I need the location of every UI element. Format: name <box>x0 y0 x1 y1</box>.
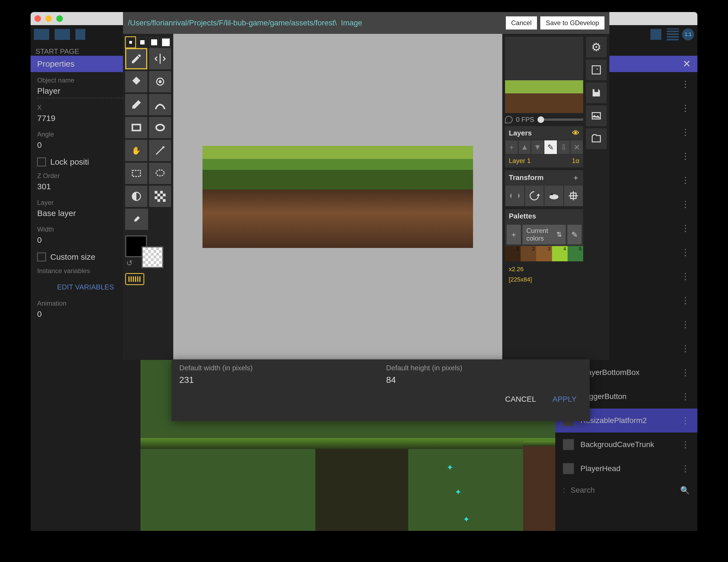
export-icon[interactable] <box>586 105 607 126</box>
window-close-icon[interactable] <box>34 15 41 22</box>
more-icon[interactable]: ⋮ <box>681 319 690 329</box>
toolbar-btn[interactable] <box>55 29 70 40</box>
import-icon[interactable] <box>586 128 607 149</box>
brush-size-3[interactable] <box>149 37 159 48</box>
more-icon[interactable]: ⋮ <box>681 199 690 210</box>
list-item[interactable]: PlayerHead⋮ <box>555 457 697 481</box>
more-icon[interactable]: ⋮ <box>681 127 690 137</box>
brush-size-4[interactable] <box>161 37 171 48</box>
edit-variables-link[interactable]: EDIT VARIABLES <box>37 283 134 291</box>
center-icon[interactable] <box>564 185 583 207</box>
default-width-input[interactable]: 231 <box>179 375 375 385</box>
lighten-tool-icon[interactable] <box>125 186 147 207</box>
more-icon[interactable]: ⋮ <box>681 271 690 281</box>
z-order-input[interactable]: 301 <box>37 182 134 193</box>
more-icon[interactable]: ⋮ <box>681 295 690 305</box>
window-maximize-icon[interactable] <box>56 15 63 22</box>
more-icon[interactable]: ⋮ <box>681 415 690 426</box>
rect-select-icon[interactable] <box>125 163 147 184</box>
toolbar-btn[interactable] <box>650 29 661 40</box>
clone-icon[interactable] <box>544 185 564 207</box>
tab-start-page[interactable]: START PAGE <box>36 47 79 56</box>
move-tool-icon[interactable]: ✋ <box>125 140 147 161</box>
bucket-tool-icon[interactable] <box>125 71 147 92</box>
save-icon[interactable] <box>586 83 607 103</box>
more-icon[interactable]: ⋮ <box>681 79 690 89</box>
dither-tool-icon[interactable] <box>149 186 171 207</box>
more-icon[interactable]: ⋮ <box>681 175 690 186</box>
resize-icon[interactable] <box>586 60 607 80</box>
layer-name[interactable]: Layer 1 <box>509 157 531 165</box>
rotate-icon[interactable] <box>525 185 544 207</box>
brush-size-1[interactable] <box>126 37 135 48</box>
palette-swatch[interactable]: 4 <box>552 246 568 261</box>
wand-tool-icon[interactable] <box>149 140 171 161</box>
onion-skin-icon[interactable] <box>505 116 513 124</box>
swap-colors-icon[interactable]: ↺ <box>126 259 133 268</box>
more-icon[interactable]: ⋮ <box>681 391 690 402</box>
more-icon[interactable]: ⋮ <box>681 103 690 113</box>
brush-size-2[interactable] <box>137 37 147 48</box>
more-icon[interactable]: ⋮ <box>681 367 690 378</box>
more-icon[interactable]: ⋮ <box>681 151 690 161</box>
angle-input[interactable]: 0 <box>37 140 134 152</box>
cancel-button[interactable]: CANCEL <box>505 395 536 404</box>
piskel-canvas[interactable] <box>173 34 502 360</box>
default-height-input[interactable]: 84 <box>386 375 582 385</box>
edit-layer-icon[interactable]: ✎ <box>544 140 557 154</box>
expand-icon[interactable]: ＋ <box>572 173 579 183</box>
lock-position-checkbox[interactable] <box>37 158 46 166</box>
add-palette-icon[interactable]: ＋ <box>507 225 521 245</box>
palette-swatch[interactable]: 5 <box>568 246 583 261</box>
lasso-select-icon[interactable] <box>149 163 171 184</box>
more-icon[interactable]: ⋮ <box>681 439 690 450</box>
more-icon[interactable]: ⋮ <box>681 223 690 234</box>
search-input[interactable]: Search <box>565 486 680 495</box>
add-layer-icon[interactable]: ＋ <box>505 140 518 154</box>
mirror-pen-icon[interactable] <box>149 48 171 69</box>
save-button[interactable]: Save to GDevelop <box>540 16 604 30</box>
more-icon[interactable]: ⋮ <box>681 343 690 354</box>
search-icon[interactable]: 🔍 <box>680 486 690 495</box>
eraser-tool-icon[interactable] <box>125 94 147 115</box>
layer-alpha[interactable]: 1α <box>572 157 579 165</box>
zoom-1-1-icon[interactable]: 1:1 <box>682 28 694 40</box>
eyedropper-icon[interactable] <box>125 209 148 230</box>
animation-preview[interactable] <box>505 37 583 113</box>
cancel-button[interactable]: Cancel <box>506 16 537 30</box>
palette-swatch[interactable]: 2 <box>521 246 536 261</box>
rect-tool-icon[interactable] <box>125 117 147 138</box>
list-item[interactable]: BackgroudCaveTrunk⋮ <box>555 432 697 457</box>
edit-palette-icon[interactable]: ✎ <box>567 225 582 245</box>
window-minimize-icon[interactable] <box>45 15 52 22</box>
preview-toggle-icon[interactable]: 👁 <box>572 129 579 137</box>
magic-bucket-icon[interactable] <box>149 71 171 92</box>
x-input[interactable]: 7719 <box>37 114 134 125</box>
fps-slider[interactable] <box>538 119 583 121</box>
layer-up-icon[interactable]: ▲ <box>518 140 531 154</box>
more-icon[interactable]: ⋮ <box>681 463 690 474</box>
layer-input[interactable]: Base layer <box>37 209 134 220</box>
more-icon[interactable]: ⋮ <box>681 247 690 258</box>
palette-select[interactable]: Current colors⇅ <box>522 225 566 245</box>
palette-swatch[interactable]: 3 <box>536 246 552 261</box>
circle-tool-icon[interactable] <box>149 117 171 138</box>
toolbar-btn[interactable] <box>75 29 85 40</box>
stroke-tool-icon[interactable] <box>149 94 171 115</box>
delete-layer-icon[interactable]: ✕ <box>570 140 583 154</box>
width-input[interactable]: 0 <box>37 236 134 247</box>
merge-layer-icon[interactable]: ⇩ <box>557 140 570 154</box>
custom-size-checkbox[interactable] <box>37 253 46 261</box>
flip-icon[interactable] <box>505 185 525 207</box>
secondary-color-swatch[interactable] <box>142 246 163 268</box>
palette-swatch[interactable]: 1 <box>505 246 521 261</box>
close-icon[interactable]: ✕ <box>683 58 691 70</box>
settings-icon[interactable]: ⚙ <box>586 37 607 57</box>
toolbar-btn[interactable] <box>34 29 49 40</box>
layer-down-icon[interactable]: ▼ <box>531 140 544 154</box>
apply-button[interactable]: APPLY <box>553 395 577 404</box>
animation-input[interactable]: 0 <box>37 309 134 321</box>
keyboard-shortcuts-icon[interactable] <box>125 273 144 285</box>
grid-icon[interactable] <box>667 28 679 40</box>
pen-tool-icon[interactable] <box>125 48 147 69</box>
